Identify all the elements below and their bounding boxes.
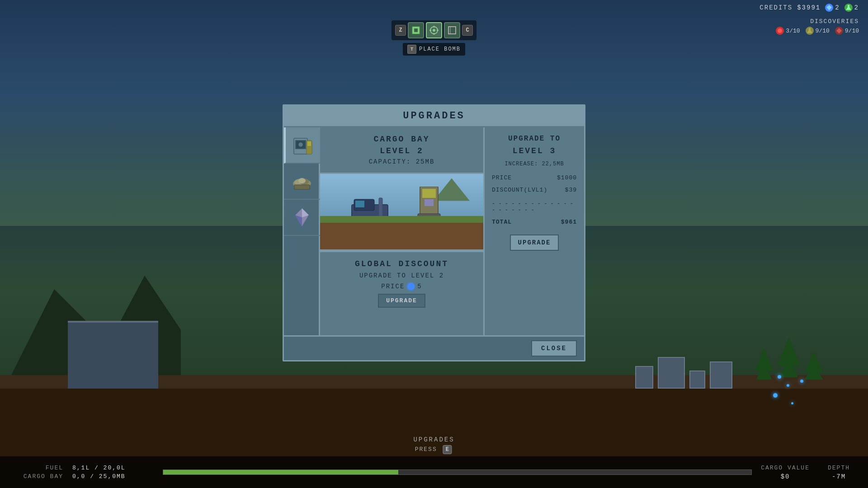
item-name: CARGO BAY — [327, 135, 476, 144]
sidebar-cargo-bay[interactable] — [284, 127, 320, 164]
price-value-gd: 5 — [417, 283, 422, 290]
upgrade-increase: INCREASE: 22,5MB — [492, 161, 577, 167]
fuel-bar-fill — [163, 470, 398, 474]
price-divider: - - - - - - - - - - - - - - - - - - - - — [492, 201, 577, 213]
global-discount-upgrade-button[interactable]: UPGRADE — [378, 294, 425, 308]
global-discount-price: PRICE 5 — [381, 283, 422, 290]
svg-point-20 — [298, 178, 306, 183]
svg-rect-16 — [307, 141, 311, 146]
total-value: $961 — [561, 219, 577, 225]
item-level: LEVEL 2 — [327, 146, 476, 155]
cargo-label: CARGO BAY — [18, 473, 63, 480]
left-column: CARGO BAY LEVEL 2 CAPACITY: 25MB — [320, 127, 485, 335]
coin-icon — [407, 283, 415, 290]
modal-title-bar: UPGRADES — [284, 106, 584, 127]
cargo-value: 0,0 / 25,0MB — [72, 473, 126, 480]
fuel-label: FUEL — [18, 465, 63, 471]
svg-rect-27 — [355, 201, 364, 207]
modal-title: UPGRADES — [403, 110, 465, 122]
total-label: TOTAL — [492, 219, 512, 225]
upgrade-button[interactable]: UPGRADE — [510, 235, 559, 251]
upgrade-to-label: UPGRADE TO — [492, 135, 577, 143]
sidebar-rocks[interactable] — [284, 164, 320, 200]
modal-content: CARGO BAY LEVEL 2 CAPACITY: 25MB — [320, 127, 584, 335]
price-row: PRICE $1000 — [492, 174, 577, 181]
modal-footer: CLOSE — [284, 335, 584, 360]
bg-upgrades-label: UPGRADES — [413, 436, 454, 443]
bottom-hud-left: FUEL 8,1L / 20,0L CARGO BAY 0,0 / 25,0MB — [18, 465, 154, 480]
fuel-bar — [163, 469, 752, 475]
close-button[interactable]: CLOSE — [531, 340, 577, 357]
cargo-bay-icon — [292, 134, 314, 156]
cargo-row: CARGO BAY 0,0 / 25,0MB — [18, 473, 154, 480]
svg-point-14 — [298, 142, 303, 147]
rocks-icon — [291, 170, 313, 192]
global-discount-sub: UPGRADE TO LEVEL 2 — [359, 272, 444, 279]
modal-body: CARGO BAY LEVEL 2 CAPACITY: 25MB — [284, 127, 584, 335]
price-label: PRICE — [492, 174, 512, 181]
price-label-gd: PRICE — [381, 283, 405, 290]
upgrade-level-label: LEVEL 3 — [492, 146, 577, 155]
bottom-hud-right: CARGO VALUE $0 DEPTH -7M — [761, 465, 850, 480]
svg-rect-34 — [425, 199, 434, 206]
svg-rect-21 — [294, 185, 310, 189]
total-row: TOTAL $961 — [492, 219, 577, 225]
global-discount-title: GLOBAL DISCOUNT — [355, 259, 448, 268]
bg-upgrades-text: UPGRADES PRESS E — [413, 436, 454, 454]
item-info-header: CARGO BAY LEVEL 2 CAPACITY: 25MB — [320, 127, 483, 174]
item-capacity: CAPACITY: 25MB — [327, 158, 476, 165]
cargo-value-stat: CARGO VALUE $0 — [761, 465, 810, 480]
svg-rect-33 — [422, 189, 436, 198]
cargo-value-amount: $0 — [781, 473, 790, 480]
depth-value: -7M — [832, 473, 846, 480]
depth-label: DEPTH — [828, 465, 850, 471]
fuel-row: FUEL 8,1L / 20,0L — [18, 465, 154, 471]
discount-row: DISCOUNT(LVL1) $39 — [492, 187, 577, 193]
upgrades-modal: UPGRADES — [283, 104, 585, 361]
depth-stat: DEPTH -7M — [828, 465, 850, 480]
discount-value: $39 — [565, 187, 577, 193]
price-value: $1000 — [557, 174, 577, 181]
modal-sidebar — [284, 127, 320, 335]
cargo-value-label: CARGO VALUE — [761, 465, 810, 471]
bg-press-label: PRESS — [415, 446, 437, 453]
global-discount-section: GLOBAL DISCOUNT UPGRADE TO LEVEL 2 PRICE… — [320, 251, 483, 315]
bg-press-row: PRESS E — [413, 445, 454, 454]
modal-overlay: UPGRADES — [0, 0, 868, 488]
sidebar-crystal[interactable] — [284, 200, 320, 236]
bottom-hud: FUEL 8,1L / 20,0L CARGO BAY 0,0 / 25,0MB… — [0, 456, 868, 488]
upgrade-section: UPGRADE TO LEVEL 3 INCREASE: 22,5MB PRIC… — [485, 127, 584, 335]
bg-press-key: E — [443, 445, 452, 454]
crystal-icon — [291, 206, 313, 229]
content-top: CARGO BAY LEVEL 2 CAPACITY: 25MB — [320, 127, 584, 335]
game-preview — [320, 174, 483, 251]
fuel-value: 8,1L / 20,0L — [72, 465, 126, 471]
discount-label: DISCOUNT(LVL1) — [492, 187, 547, 193]
